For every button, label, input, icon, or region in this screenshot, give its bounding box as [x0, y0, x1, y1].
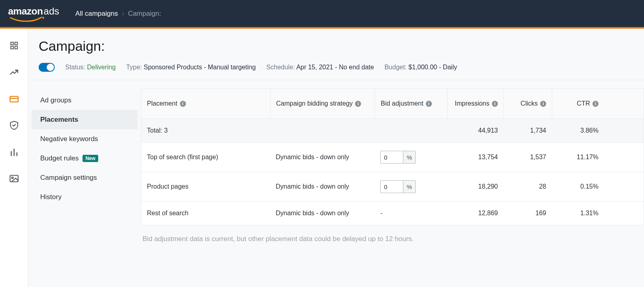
cell-strategy: Dynamic bids - down only	[270, 202, 375, 225]
svg-point-10	[12, 177, 13, 179]
nav-budget-rules[interactable]: Budget rulesNew	[31, 149, 138, 168]
status-value: Delivering	[87, 64, 116, 71]
meta-row: Status: Delivering Type: Sponsored Produ…	[39, 63, 634, 72]
cell-impressions: 12,869	[447, 202, 504, 225]
type-value: Sponsored Products - Manual targeting	[144, 64, 256, 71]
nav-history[interactable]: History	[31, 187, 138, 207]
bid-adjust-input[interactable]	[380, 151, 403, 164]
amazon-ads-logo[interactable]: amazonads	[8, 6, 59, 22]
icon-rail	[0, 29, 28, 287]
nav-label: History	[40, 193, 62, 201]
bid-adjust-input[interactable]	[380, 180, 403, 193]
info-icon[interactable]: i	[355, 101, 361, 107]
breadcrumb-current: Campaign:	[128, 10, 161, 18]
breadcrumb: All campaigns › Campaign:	[75, 10, 161, 18]
table-row: Top of search (first page) Dynamic bids …	[141, 142, 644, 172]
cell-clicks: 28	[504, 175, 552, 198]
main-area: Campaign: Status: Delivering Type: Spons…	[0, 29, 644, 287]
col-placement[interactable]: Placementi	[141, 89, 270, 119]
cell-clicks: 1,537	[504, 146, 552, 169]
shield-icon[interactable]	[8, 120, 20, 131]
logo-left: amazon	[8, 6, 43, 17]
bar-chart-icon[interactable]	[8, 146, 20, 158]
info-icon[interactable]: i	[592, 101, 599, 107]
nav-label: Negative keywords	[40, 135, 98, 143]
cell-total-ctr: 3.86%	[552, 119, 604, 142]
cell-ctr: 11.17%	[552, 146, 604, 169]
cell-impressions: 18,290	[447, 175, 504, 198]
svg-rect-4	[10, 96, 18, 102]
table-header: Placementi Campaign bidding strategyi Bi…	[141, 89, 644, 119]
new-badge: New	[83, 155, 98, 162]
cell-strategy: Dynamic bids - down only	[270, 146, 375, 169]
cell-placement: Rest of search	[141, 202, 270, 225]
placements-table: Placementi Campaign bidding strategyi Bi…	[141, 88, 644, 225]
wallet-icon[interactable]	[8, 93, 20, 104]
cell-placement: Product pages	[141, 175, 270, 198]
table-row: Product pages Dynamic bids - down only %…	[141, 172, 644, 201]
placements-panel: Placementi Campaign bidding strategyi Bi…	[141, 80, 644, 287]
body: Ad groups Placements Negative keywords B…	[28, 80, 644, 287]
topbar: amazonads All campaigns › Campaign:	[0, 0, 644, 27]
col-strategy[interactable]: Campaign bidding strategyi	[270, 89, 375, 119]
cell-clicks: 169	[504, 202, 552, 225]
footnote: Bid adjustment data is current, but othe…	[141, 225, 644, 253]
cell-bid-adjustment: %	[375, 143, 447, 172]
campaign-header: Campaign: Status: Delivering Type: Spons…	[28, 29, 644, 80]
info-icon[interactable]: i	[180, 101, 186, 107]
page-title: Campaign:	[39, 38, 634, 54]
type-block: Type: Sponsored Products - Manual target…	[126, 64, 256, 71]
cell-bid-adjustment: -	[375, 202, 447, 225]
status-label: Status:	[65, 64, 85, 71]
amazon-smile-icon	[8, 17, 47, 22]
percent-unit: %	[403, 151, 416, 164]
breadcrumb-root[interactable]: All campaigns	[75, 10, 118, 18]
image-icon[interactable]	[8, 173, 20, 184]
table-row: Rest of search Dynamic bids - down only …	[141, 201, 644, 225]
col-bid-adjustment[interactable]: Bid adjustmenti	[375, 89, 447, 119]
nav-label: Ad groups	[40, 96, 72, 104]
svg-rect-1	[14, 42, 17, 45]
cell-impressions: 13,754	[447, 146, 504, 169]
info-icon[interactable]: i	[426, 101, 432, 107]
nav-ad-groups[interactable]: Ad groups	[31, 91, 138, 110]
info-icon[interactable]: i	[540, 101, 546, 107]
nav-label: Budget rules	[40, 154, 78, 162]
content: Campaign: Status: Delivering Type: Spons…	[28, 29, 644, 287]
schedule-block: Schedule: Apr 15, 2021 - No end date	[266, 64, 374, 71]
nav-negative-keywords[interactable]: Negative keywords	[31, 129, 138, 149]
chevron-right-icon: ›	[122, 10, 124, 17]
col-clicks[interactable]: Clicksi	[504, 89, 552, 119]
schedule-label: Schedule:	[266, 64, 295, 71]
cell-strategy: Dynamic bids - down only	[270, 175, 375, 198]
cell-placement: Top of search (first page)	[141, 146, 270, 169]
type-label: Type:	[126, 64, 142, 71]
schedule-value: Apr 15, 2021 - No end date	[296, 64, 374, 71]
cell-bid-adjustment: %	[375, 172, 447, 201]
status-block: Status: Delivering	[65, 64, 116, 71]
col-impressions[interactable]: Impressionsi	[447, 89, 504, 119]
budget-block: Budget: $1,000.00 - Daily	[384, 64, 457, 71]
left-nav: Ad groups Placements Negative keywords B…	[28, 80, 141, 287]
col-ctr[interactable]: CTRi	[552, 89, 604, 119]
svg-rect-3	[14, 46, 17, 49]
nav-label: Campaign settings	[40, 174, 97, 182]
svg-rect-9	[10, 175, 18, 182]
dashboard-icon[interactable]	[8, 40, 20, 51]
cell-ctr: 1.31%	[552, 202, 604, 225]
nav-label: Placements	[40, 116, 78, 124]
nav-placements[interactable]: Placements	[31, 110, 138, 129]
cell-ctr: 0.15%	[552, 175, 604, 198]
status-toggle[interactable]	[39, 63, 55, 72]
nav-campaign-settings[interactable]: Campaign settings	[31, 168, 138, 187]
table-row-total: Total: 3 44,913 1,734 3.86%	[141, 119, 644, 142]
info-icon[interactable]: i	[492, 101, 498, 107]
svg-rect-2	[10, 46, 13, 49]
trend-arrow-icon[interactable]	[8, 67, 20, 78]
cell-total-impressions: 44,913	[447, 119, 504, 142]
bid-adjust-input-group: %	[380, 151, 442, 164]
cell-total-label: Total: 3	[141, 119, 270, 142]
cell-total-clicks: 1,734	[504, 119, 552, 142]
bid-adjust-input-group: %	[380, 180, 442, 193]
svg-rect-0	[10, 42, 13, 45]
